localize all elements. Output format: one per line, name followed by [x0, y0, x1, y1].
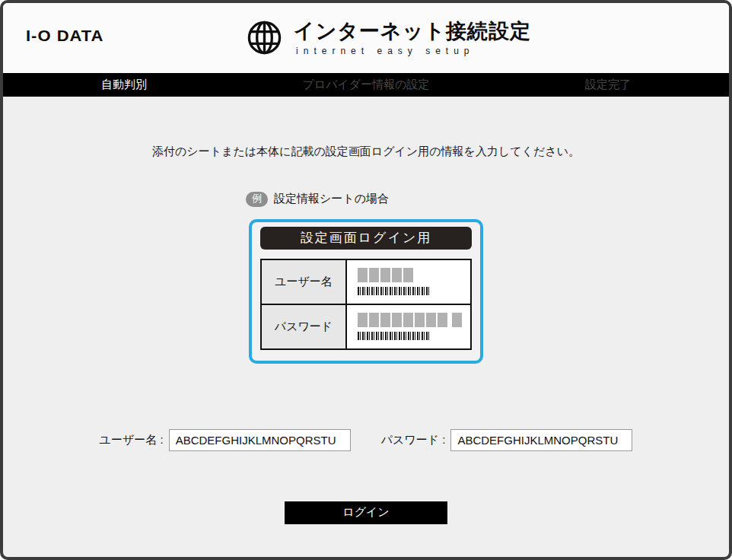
io-data-logo: I-O DATA: [26, 27, 104, 46]
barcode: [358, 332, 429, 340]
sheet-username-value: [346, 259, 471, 304]
example-column: 例 設定情報シートの場合 設定画面ログイン用 ユーザー名: [249, 192, 483, 364]
censored-char-block: [392, 268, 402, 282]
sheet-credentials-table: ユーザー名 パスワード: [260, 259, 472, 350]
page-title: インターネット接続設定: [294, 20, 531, 43]
censored-char-block: [403, 268, 413, 282]
step-auto-detect[interactable]: 自動判別: [3, 73, 245, 97]
example-caption: 例 設定情報シートの場合: [246, 192, 483, 207]
step-provider-settings: プロバイダー情報の設定: [245, 73, 487, 97]
censored-char-block: [438, 313, 447, 327]
header: I-O DATA インターネット接続設定 internet easy setup: [3, 3, 729, 73]
step-setup-complete: 設定完了: [487, 73, 729, 97]
globe-icon: [247, 20, 282, 56]
page-title-group: インターネット接続設定 internet easy setup: [247, 20, 531, 56]
password-field-group: パスワード :: [381, 429, 633, 451]
censored-blocks: [358, 268, 470, 282]
barcode: [358, 287, 429, 295]
main-content: 添付のシートまたは本体に記載の設定画面ログイン用の情報を入力してください。 例 …: [3, 97, 729, 524]
censored-char-block: [415, 313, 425, 327]
table-row-password: パスワード: [261, 304, 471, 349]
censored-char-block: [426, 313, 436, 327]
sheet-password-label: パスワード: [261, 304, 346, 349]
page-subtitle: internet easy setup: [294, 46, 531, 56]
password-input[interactable]: [450, 429, 632, 451]
censored-char-block: [403, 313, 413, 327]
censored-char-block: [358, 268, 368, 282]
password-label: パスワード :: [381, 433, 446, 447]
table-row-username: ユーザー名: [261, 259, 471, 304]
username-label: ユーザー名 :: [100, 433, 164, 447]
censored-blocks: [358, 313, 470, 327]
sheet-password-value: [346, 304, 471, 349]
username-input[interactable]: [169, 429, 351, 451]
setup-page: I-O DATA インターネット接続設定 internet easy setup…: [0, 0, 732, 560]
sheet-card-title: 設定画面ログイン用: [260, 227, 472, 250]
instruction-text: 添付のシートまたは本体に記載の設定画面ログイン用の情報を入力してください。: [3, 145, 729, 159]
censored-char-block: [392, 313, 402, 327]
example-label: 設定情報シートの場合: [274, 192, 389, 206]
censored-char-block: [380, 268, 390, 282]
censored-char-block: [380, 313, 390, 327]
sheet-username-label: ユーザー名: [261, 259, 346, 304]
example-badge: 例: [246, 192, 268, 207]
censored-char-block: [369, 313, 379, 327]
censored-char-block: [452, 313, 462, 327]
setting-sheet-card: 設定画面ログイン用 ユーザー名 パスワード: [249, 219, 483, 364]
step-nav: 自動判別 プロバイダー情報の設定 設定完了: [3, 73, 729, 97]
login-form: ユーザー名 : パスワード :: [3, 429, 729, 451]
login-button[interactable]: ログイン: [285, 501, 447, 524]
censored-char-block: [358, 313, 368, 327]
censored-char-block: [369, 268, 379, 282]
username-field-group: ユーザー名 :: [100, 429, 351, 451]
